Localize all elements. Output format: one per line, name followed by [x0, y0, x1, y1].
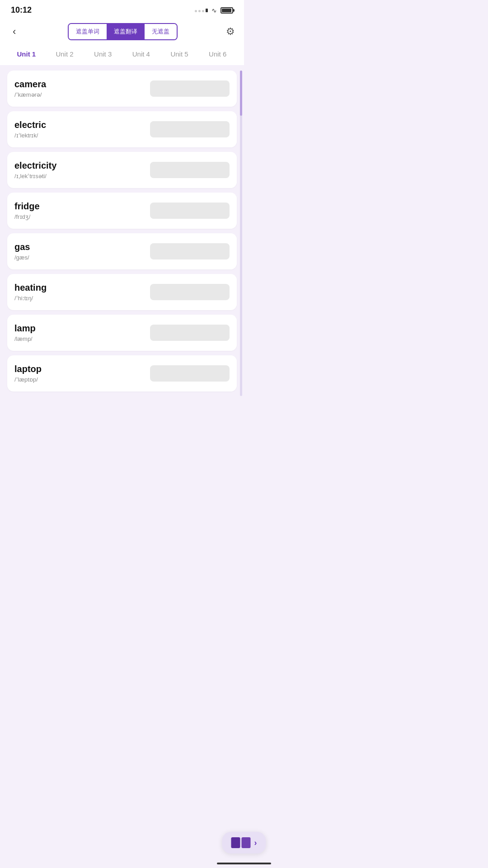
- toggle-group: 遮盖单词 遮盖翻译 无遮盖: [68, 23, 178, 40]
- back-button[interactable]: ‹: [9, 24, 19, 39]
- word-4: gas: [14, 242, 139, 252]
- unit-tabs: Unit 1Unit 2Unit 3Unit 4Unit 5Unit 6: [0, 47, 244, 65]
- card-right-1: [146, 111, 237, 147]
- card-right-0: [146, 71, 237, 107]
- word-6: lamp: [14, 323, 139, 334]
- content-area: camera/ˈkæmərə/electric/ɪˈlektrɪk/electr…: [0, 65, 244, 401]
- cover-translation-button[interactable]: 遮盖翻译: [107, 24, 145, 39]
- phonetic-5: /ˈhiːtɪŋ/: [14, 295, 139, 302]
- unit-tab-unit1[interactable]: Unit 1: [7, 48, 46, 60]
- translation-block-7: [150, 365, 230, 382]
- card-right-3: [146, 193, 237, 229]
- phonetic-4: /gæs/: [14, 254, 139, 261]
- card-left-7: laptop/ˈlæptɒp/: [7, 355, 146, 392]
- cover-word-button[interactable]: 遮盖单词: [69, 24, 107, 39]
- phonetic-6: /læmp/: [14, 335, 139, 342]
- card-right-4: [146, 233, 237, 269]
- word-7: laptop: [14, 364, 139, 374]
- settings-button[interactable]: ⚙: [226, 26, 235, 38]
- translation-block-6: [150, 325, 230, 341]
- card-left-3: fridge/frɪdʒ/: [7, 193, 146, 229]
- no-cover-button[interactable]: 无遮盖: [145, 24, 177, 39]
- word-5: heating: [14, 283, 139, 293]
- phonetic-1: /ɪˈlektrɪk/: [14, 132, 139, 139]
- word-3: fridge: [14, 201, 139, 212]
- card-right-6: [146, 315, 237, 351]
- status-time: 10:12: [11, 5, 32, 15]
- vocab-card-0[interactable]: camera/ˈkæmərə/: [7, 71, 237, 107]
- unit-tab-unit6[interactable]: Unit 6: [198, 48, 237, 60]
- translation-block-2: [150, 162, 230, 178]
- status-icons: ∿: [195, 7, 233, 14]
- unit-tab-unit5[interactable]: Unit 5: [160, 48, 199, 60]
- vocab-card-6[interactable]: lamp/læmp/: [7, 315, 237, 351]
- card-right-2: [146, 152, 237, 188]
- card-left-2: electricity/ɪˌlekˈtrɪsəti/: [7, 152, 146, 188]
- status-bar: 10:12 ∿: [0, 0, 244, 19]
- wifi-icon: ∿: [211, 7, 217, 14]
- translation-block-1: [150, 121, 230, 137]
- card-right-7: [146, 355, 237, 392]
- signal-icon: [195, 9, 208, 12]
- vocab-card-1[interactable]: electric/ɪˈlektrɪk/: [7, 111, 237, 147]
- word-1: electric: [14, 120, 139, 130]
- card-right-5: [146, 274, 237, 310]
- unit-tab-unit3[interactable]: Unit 3: [84, 48, 122, 60]
- vocab-card-5[interactable]: heating/ˈhiːtɪŋ/: [7, 274, 237, 310]
- translation-block-3: [150, 203, 230, 219]
- battery-icon: [221, 7, 233, 14]
- vocab-card-7[interactable]: laptop/ˈlæptɒp/: [7, 355, 237, 392]
- phonetic-2: /ɪˌlekˈtrɪsəti/: [14, 173, 139, 179]
- scroll-thumb: [240, 71, 242, 116]
- phonetic-7: /ˈlæptɒp/: [14, 376, 139, 383]
- word-0: camera: [14, 79, 139, 90]
- phonetic-0: /ˈkæmərə/: [14, 91, 139, 98]
- vocab-card-3[interactable]: fridge/frɪdʒ/: [7, 193, 237, 229]
- translation-block-5: [150, 284, 230, 300]
- word-2: electricity: [14, 160, 139, 171]
- card-left-4: gas/gæs/: [7, 233, 146, 269]
- top-nav: ‹ 遮盖单词 遮盖翻译 无遮盖 ⚙: [0, 19, 244, 47]
- unit-tab-unit4[interactable]: Unit 4: [122, 48, 160, 60]
- vocab-card-2[interactable]: electricity/ɪˌlekˈtrɪsəti/: [7, 152, 237, 188]
- card-left-1: electric/ɪˈlektrɪk/: [7, 111, 146, 147]
- vocab-card-4[interactable]: gas/gæs/: [7, 233, 237, 269]
- phonetic-3: /frɪdʒ/: [14, 213, 139, 220]
- card-left-0: camera/ˈkæmərə/: [7, 71, 146, 107]
- card-left-5: heating/ˈhiːtɪŋ/: [7, 274, 146, 310]
- translation-block-4: [150, 243, 230, 259]
- card-left-6: lamp/læmp/: [7, 315, 146, 351]
- translation-block-0: [150, 80, 230, 97]
- unit-tab-unit2[interactable]: Unit 2: [46, 48, 84, 60]
- scroll-track[interactable]: [240, 71, 242, 396]
